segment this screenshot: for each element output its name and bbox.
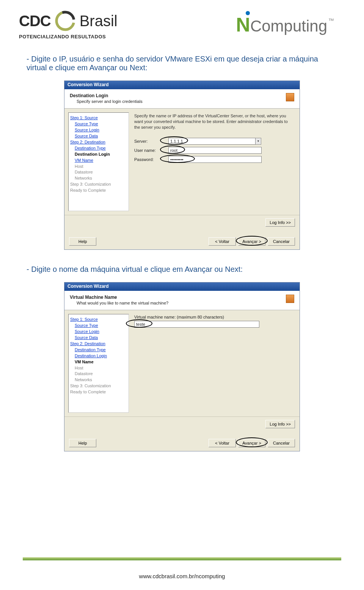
ncomp-n: N	[236, 14, 250, 36]
step-datastore: Datastore	[75, 371, 127, 377]
step-1-source[interactable]: Step 1: Source	[70, 115, 127, 121]
help-button[interactable]: Help	[69, 439, 96, 447]
server-input[interactable]	[168, 138, 256, 145]
cancel-button[interactable]: Cancelar	[268, 237, 295, 246]
page-header: CDC Brasil POTENCIALIZANDO RESULTADOS N …	[0, 0, 364, 43]
step-vm-name-current: VM Name	[75, 359, 127, 365]
wizard-subtitle: Specify server and login credentials	[77, 99, 143, 104]
step-dest-type[interactable]: Destination Type	[75, 347, 127, 353]
wizard-vm-name: Conversion Wizard Virtual Machine Name W…	[64, 282, 300, 451]
step-networks: Networks	[75, 377, 127, 383]
password-input[interactable]	[168, 156, 262, 163]
wizard-steps: Step 1: Source Source Type Source Login …	[68, 314, 129, 413]
step-2-destination[interactable]: Step 2: Destination	[70, 139, 127, 145]
wizard-subtitle: What would you like to name the virtual …	[77, 301, 168, 305]
cdc-text: CDC	[19, 13, 51, 30]
step-dest-login[interactable]: Destination Login	[75, 353, 127, 359]
footer-rule	[23, 557, 341, 560]
step-source-data[interactable]: Source Data	[75, 133, 127, 139]
next-button[interactable]: Avançar >	[238, 439, 265, 447]
wizard-icon	[286, 93, 294, 101]
instruction-1: - Digite o IP, usuário e senha do servid…	[27, 55, 337, 72]
step-3-custom: Step 3: Customization	[70, 181, 127, 188]
vmname-input[interactable]	[134, 321, 259, 328]
step-source-type[interactable]: Source Type	[75, 323, 127, 329]
step-source-login[interactable]: Source Login	[75, 127, 127, 133]
server-dropdown-button[interactable]: ▾	[255, 138, 261, 145]
password-label: Password:	[134, 157, 168, 162]
step-host: Host	[75, 164, 127, 170]
step-source-type[interactable]: Source Type	[75, 121, 127, 127]
cdc-tagline: POTENCIALIZANDO RESULTADOS	[19, 34, 118, 39]
step-source-data[interactable]: Source Data	[75, 335, 127, 341]
step-vm-name[interactable]: VM Name	[75, 158, 127, 164]
wizard-title: Destination Login	[70, 93, 143, 98]
step-dest-login-current: Destination Login	[75, 151, 127, 158]
ncomp-rest: Computing	[250, 17, 327, 35]
step-source-login[interactable]: Source Login	[75, 329, 127, 335]
username-input[interactable]	[168, 147, 262, 154]
cdc-ring-icon	[54, 9, 77, 32]
log-info-button[interactable]: Log Info >>	[265, 420, 295, 428]
cdc-logo: CDC Brasil POTENCIALIZANDO RESULTADOS	[19, 9, 118, 39]
wizard-description: Specify the name or IP address of the Vi…	[134, 113, 293, 130]
wizard-dest-login: Conversion Wizard Destination Login Spec…	[64, 80, 300, 250]
step-networks: Networks	[75, 175, 127, 181]
titlebar: Conversion Wizard	[64, 81, 300, 89]
wizard-steps: Step 1: Source Source Type Source Login …	[68, 112, 129, 211]
step-host: Host	[75, 365, 127, 371]
ncomp-tm: TM	[329, 18, 334, 22]
titlebar: Conversion Wizard	[64, 282, 300, 291]
back-button[interactable]: < Voltar	[209, 237, 236, 246]
wizard-title: Virtual Machine Name	[70, 295, 168, 300]
step-dest-type[interactable]: Destination Type	[75, 145, 127, 151]
ncomputing-logo: N Computing TM	[236, 13, 334, 36]
back-button[interactable]: < Voltar	[209, 439, 236, 447]
step-ready: Ready to Complete	[70, 389, 127, 395]
page-footer-url: www.cdcbrasil.com.br/ncomputing	[0, 573, 364, 579]
wizard-icon	[286, 295, 294, 303]
step-1-source[interactable]: Step 1: Source	[70, 317, 127, 323]
server-label: Server:	[134, 139, 168, 144]
instruction-2: - Digite o nome da máquina virtual e cli…	[27, 265, 337, 274]
next-button[interactable]: Avançar >	[238, 237, 265, 246]
brasil-text: Brasil	[80, 13, 118, 30]
step-3-custom: Step 3: Customization	[70, 383, 127, 389]
user-label: User name:	[134, 148, 168, 153]
step-2-destination[interactable]: Step 2: Destination	[70, 341, 127, 347]
log-info-button[interactable]: Log Info >>	[265, 218, 295, 227]
step-datastore: Datastore	[75, 169, 127, 175]
cancel-button[interactable]: Cancelar	[268, 439, 295, 447]
help-button[interactable]: Help	[69, 237, 96, 246]
step-ready: Ready to Complete	[70, 188, 127, 194]
vmname-label: Virtual machine name: (maximum 80 charac…	[134, 315, 293, 319]
